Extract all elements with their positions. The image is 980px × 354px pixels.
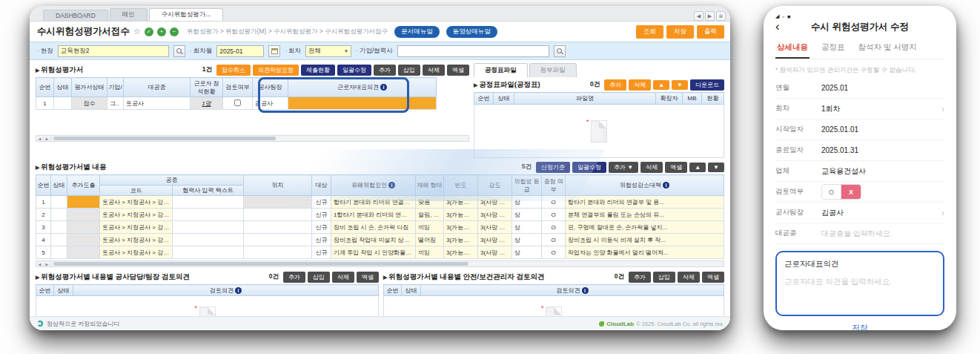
r1-col-no[interactable]: 순번 [36, 285, 54, 296]
contents-add-button[interactable]: 추가 ▼ [609, 162, 638, 173]
contents-delete-button[interactable]: 삭제 [640, 162, 663, 173]
col-manager[interactable]: 공사팀장 [253, 78, 288, 97]
file-col-no[interactable]: 순번 [474, 93, 494, 105]
tab-dashboard[interactable]: DASHBOARD [43, 10, 108, 21]
mobile-save-button[interactable]: 저장 [775, 323, 944, 330]
col-company[interactable]: 기업/ [107, 78, 124, 97]
contents-row[interactable]: 4 토공사 > 지정공사 > 강관파일 기초 > 장.. 신규 장비조립 작업대… [36, 234, 724, 246]
worker-opinion-box[interactable]: 근로자대표의견 근로자대표 의견을 입력하세요. [775, 251, 944, 316]
cell-extra[interactable] [67, 234, 100, 246]
horizontal-scrollbar[interactable]: ◀ ▶ [36, 135, 469, 142]
scrollbar-thumb[interactable] [53, 262, 469, 266]
cell-worker-opinion[interactable] [288, 97, 437, 110]
file-download-button[interactable]: 다운로드 [690, 79, 724, 91]
c2-col-extra[interactable]: 추가도출 [67, 175, 100, 196]
insert-button[interactable]: 삽입 [398, 65, 420, 76]
c2-col-state[interactable]: 상태 [51, 175, 67, 196]
assessment-row[interactable]: 1 접수 그.. 토공사 1명 김공사 [36, 97, 469, 110]
review-checkbox[interactable] [234, 99, 241, 106]
tab-next-icon[interactable]: ▶ [705, 11, 715, 21]
contents-horizontal-scrollbar[interactable]: ◀ ▶ [36, 260, 724, 267]
plus-icon[interactable]: + [157, 27, 166, 36]
review1-excel-button[interactable]: 엑셀 [357, 272, 379, 283]
add-button[interactable]: 추가 [374, 65, 396, 76]
toggle-o[interactable]: O [822, 185, 841, 199]
c2-col-form[interactable]: 재해 형태 [416, 175, 444, 196]
tab-current[interactable]: 수시위험성평가... [149, 8, 224, 21]
review2-insert-button[interactable]: 삽입 [653, 272, 675, 283]
r2-col-state[interactable]: 상태 [402, 285, 421, 296]
scroll-left-icon[interactable]: ◀ [36, 137, 44, 141]
c2-col-code[interactable]: 코드 [100, 186, 173, 196]
c2-col-text[interactable]: 협력사 입력 텍스트 [173, 186, 244, 196]
tab-process-file[interactable]: 공정표파일 [474, 63, 528, 77]
c2-col-no[interactable]: 순번 [36, 175, 51, 196]
tab-list-icon[interactable]: ≣ [716, 11, 726, 21]
col-worker-opinion[interactable]: 근로자대표의견i [288, 78, 437, 97]
file-col-name[interactable]: 파일명 [514, 93, 656, 105]
review1-insert-button[interactable]: 삽입 [308, 272, 330, 283]
submit-status-button[interactable]: 제출현황 [301, 65, 335, 76]
review-toggle[interactable]: O X [821, 184, 861, 200]
col-review[interactable]: 검토여부 [223, 78, 253, 97]
file-up-button[interactable]: ▲ [653, 80, 669, 90]
site-search-icon[interactable] [173, 45, 185, 57]
cell-extra[interactable] [67, 196, 100, 209]
doc-manual-button[interactable]: 문서매뉴얼 [394, 26, 440, 38]
month-filter-input[interactable]: 2025-01 [216, 45, 264, 57]
round-filter-select[interactable]: 전체 ▼ [305, 45, 351, 57]
col-no[interactable]: 순번 [36, 78, 54, 97]
contents-up-button[interactable]: ▲ [689, 163, 706, 172]
favorite-star-icon[interactable]: ☆ [133, 27, 141, 36]
review2-add-button[interactable]: 추가 [629, 272, 651, 283]
minus-icon[interactable]: − [170, 27, 179, 36]
col-trade[interactable]: 대공종 [124, 78, 191, 97]
file-down-button[interactable]: ▼ [672, 80, 688, 90]
contents-row[interactable]: 5 토공사 > 지정공사 > 강관파일 기초 > 장.. 신규 기계 투입 작업… [36, 246, 724, 259]
attend-link[interactable]: 1명 [202, 100, 211, 107]
file-col-ext[interactable]: 확장자 [656, 93, 683, 105]
contents-excel-button[interactable]: 엑셀 [665, 162, 687, 173]
calendar-icon[interactable] [268, 45, 280, 57]
company-filter-input[interactable] [397, 45, 549, 57]
excel-button[interactable]: 엑셀 [447, 65, 469, 76]
r2-col-no[interactable]: 순번 [384, 285, 402, 296]
c2-col-freq[interactable]: 빈도 [444, 175, 478, 196]
scrollbar-thumb[interactable] [53, 137, 276, 140]
file-col-mb[interactable]: MB [683, 93, 702, 105]
cancel-receipt-button[interactable]: 접수취소 [216, 65, 251, 76]
c2-col-hazard[interactable]: 유해위험요인i [331, 175, 416, 196]
video-manual-button[interactable]: 동영상매뉴얼 [446, 26, 497, 38]
field-trade[interactable]: 대공종 대공종을 입력하세요. [775, 223, 944, 244]
field-manager[interactable]: 공사팀장 김공사 › [775, 203, 944, 223]
col-attend[interactable]: 근로자 참석현황 [191, 78, 223, 97]
check-icon[interactable]: ✓ [145, 27, 153, 36]
c2-col-target[interactable]: 대상 [312, 175, 331, 196]
mobile-tab-process[interactable]: 공정표 [820, 39, 847, 59]
delete-button[interactable]: 삭제 [423, 65, 445, 76]
c2-col-inten[interactable]: 강도 [478, 175, 512, 196]
scroll-right-icon[interactable]: ▶ [44, 137, 51, 141]
search-button[interactable]: 조회 [636, 25, 663, 39]
request-opinion-button[interactable]: 의견작성요청 [253, 65, 299, 76]
contents-bulk-edit-button[interactable]: 일괄수정 [572, 162, 606, 173]
file-col-stat[interactable]: 현황 [702, 93, 724, 105]
toggle-x[interactable]: X [841, 185, 861, 199]
tab-prev-icon[interactable]: ◀ [694, 11, 703, 21]
mobile-tab-attendees[interactable]: 참석자 및 서명지 [857, 39, 918, 59]
c2-col-loc[interactable]: 위치 [244, 175, 312, 196]
r1-col-opinion[interactable]: 검토의견i [73, 285, 379, 296]
c2-col-measure[interactable]: 위험성감소대책i [566, 175, 724, 196]
cell-extra[interactable] [67, 209, 100, 221]
mobile-tab-detail[interactable]: 상세내용 [775, 39, 810, 59]
contents-down-button[interactable]: ▼ [708, 163, 724, 172]
refresh-icon[interactable] [37, 321, 43, 327]
file-delete-button[interactable]: 삭제 [629, 79, 651, 91]
save-button[interactable]: 저장 [666, 25, 694, 39]
contents-row[interactable]: 2 토공사 > 지정공사 > 강관파일 기초 > 파.. 신규 1항타기 본대와… [36, 209, 724, 221]
cell-extra[interactable] [67, 221, 100, 234]
review1-add-button[interactable]: 추가 [283, 272, 305, 283]
site-filter-input[interactable]: 교육현장2 [58, 45, 169, 57]
bulk-edit-button[interactable]: 일괄수정 [337, 65, 371, 76]
col-status[interactable]: 평가서상태 [72, 78, 107, 97]
